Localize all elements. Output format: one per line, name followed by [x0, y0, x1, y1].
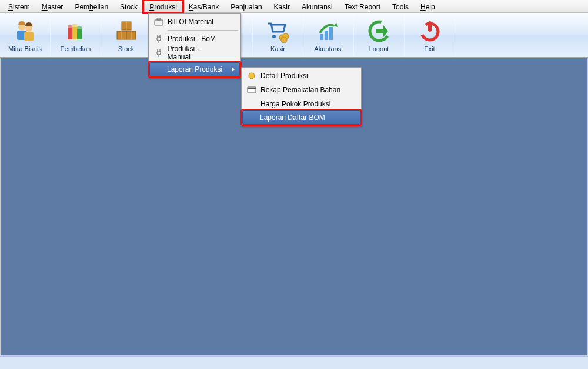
- menu-penjualan[interactable]: Penjualan: [225, 1, 268, 12]
- svg-rect-38: [248, 87, 256, 93]
- dropdown-laporan-produksi: Detail Produksi Rekap Pemakaian Bahan Ha…: [241, 67, 362, 126]
- toolbar: Mitra Bisnis Pembelian S: [0, 13, 588, 58]
- menu-master[interactable]: Master: [36, 1, 69, 12]
- boxes-icon: [113, 18, 139, 44]
- menu-produksi-bom[interactable]: Produksi - BoM: [150, 32, 239, 46]
- svg-rect-29: [157, 37, 161, 41]
- toolbar-akuntansi[interactable]: Akuntansi: [303, 13, 354, 57]
- menu-produksi-manual[interactable]: Produksi - Manual: [150, 46, 239, 60]
- books-icon: [63, 18, 89, 44]
- toolbar-label: Exit: [424, 45, 435, 52]
- menu-pembelian[interactable]: Pembelian: [69, 1, 114, 12]
- menu-label: Pem: [75, 3, 89, 11]
- svg-rect-28: [157, 18, 161, 20]
- toolbar-label: Akuntansi: [314, 45, 342, 52]
- menu-rekap-pemakaian-bahan[interactable]: Rekap Pemakaian Bahan: [243, 83, 360, 97]
- card-icon: [245, 86, 258, 93]
- dd-label: Laporan Daftar BOM: [260, 113, 325, 122]
- chart-arrow-icon: [316, 18, 342, 44]
- dd-label: Rekap Pemakaian Bahan: [260, 86, 340, 94]
- menu-label: roduksi: [154, 3, 177, 11]
- svg-rect-7: [68, 25, 72, 28]
- svg-rect-8: [72, 24, 77, 27]
- svg-rect-26: [428, 21, 432, 32]
- menu-label: istem: [13, 3, 30, 11]
- svg-point-20: [281, 37, 287, 43]
- menu-detail-produksi[interactable]: Detail Produksi: [243, 69, 360, 83]
- svg-rect-3: [24, 32, 34, 41]
- power-icon: [417, 18, 443, 44]
- menu-label: Kasir: [274, 3, 290, 11]
- menu-label: aster: [48, 3, 64, 11]
- menu-label: Text Report: [345, 3, 380, 11]
- toolbar-pembelian[interactable]: Pembelian: [51, 13, 101, 57]
- toolbar-label: Mitra Bisnis: [8, 45, 42, 52]
- toolbar-mitra-bisnis[interactable]: Mitra Bisnis: [0, 13, 51, 57]
- menu-harga-pokok-produksi[interactable]: Harga Pokok Produksi: [243, 97, 360, 111]
- menu-produksi[interactable]: Produksi: [143, 1, 183, 12]
- toolbar-label: Kasir: [270, 45, 285, 52]
- plug-icon: [152, 34, 165, 43]
- dd-label: Laporan Produksi: [167, 65, 222, 73]
- menu-label: elp: [426, 3, 435, 11]
- menu-stock[interactable]: Stock: [114, 1, 143, 12]
- menu-textreport[interactable]: Text Report: [339, 1, 386, 12]
- menu-tools[interactable]: Tools: [386, 1, 415, 12]
- menu-label: Penjualan: [230, 3, 262, 11]
- svg-point-37: [249, 73, 255, 79]
- logout-icon: [366, 18, 392, 44]
- people-icon: [12, 18, 38, 44]
- plug-icon: [152, 48, 165, 58]
- menu-laporan-produksi[interactable]: Laporan Produksi: [149, 62, 240, 76]
- toolbar-exit[interactable]: Exit: [405, 13, 455, 57]
- briefcase-icon: [152, 18, 165, 26]
- svg-rect-21: [320, 34, 323, 40]
- asterisk-icon: [245, 72, 258, 80]
- svg-rect-23: [329, 27, 333, 40]
- menu-label: Akuntansi: [302, 3, 333, 11]
- menu-sistem[interactable]: Sistem: [2, 1, 36, 12]
- toolbar-logout[interactable]: Logout: [354, 13, 405, 57]
- svg-rect-27: [155, 20, 163, 25]
- svg-rect-9: [77, 26, 82, 29]
- toolbar-stock[interactable]: Stock: [101, 13, 152, 57]
- dd-label: Detail Produksi: [260, 72, 308, 80]
- svg-rect-22: [325, 31, 328, 40]
- menu-laporan-daftar-bom[interactable]: Laporan Daftar BOM: [242, 110, 360, 125]
- toolbar-kasir[interactable]: Kasir: [253, 13, 303, 57]
- toolbar-label: Stock: [118, 45, 135, 52]
- menu-kasbank[interactable]: Kas/Bank: [183, 1, 225, 12]
- menu-label: as/Bank: [193, 3, 219, 11]
- dd-label: Bill Of Material: [168, 18, 213, 26]
- status-bar: [0, 356, 588, 369]
- toolbar-label: Pembelian: [61, 45, 91, 52]
- toolbar-label: Logout: [369, 45, 389, 52]
- menubar: Sistem Master Pembelian Stock Produksi K…: [0, 0, 588, 13]
- menu-label: Tools: [392, 3, 409, 11]
- cart-coins-icon: [265, 18, 291, 44]
- menu-label: Stock: [120, 3, 138, 11]
- menu-separator: [168, 30, 238, 31]
- svg-rect-33: [157, 51, 161, 55]
- menu-bill-of-material[interactable]: Bill Of Material: [150, 15, 239, 29]
- svg-point-16: [272, 35, 276, 38]
- dd-label: Harga Pokok Produksi: [260, 100, 330, 108]
- dropdown-produksi: Bill Of Material Produksi - BoM Produksi…: [148, 13, 241, 78]
- menu-help[interactable]: Help: [415, 1, 441, 12]
- svg-rect-39: [248, 88, 256, 89]
- dd-label: Produksi - Manual: [168, 45, 223, 61]
- dd-label: Produksi - BoM: [168, 35, 216, 43]
- menu-akuntansi[interactable]: Akuntansi: [296, 1, 339, 12]
- menu-separator: [168, 61, 238, 62]
- menu-kasir[interactable]: Kasir: [268, 1, 296, 12]
